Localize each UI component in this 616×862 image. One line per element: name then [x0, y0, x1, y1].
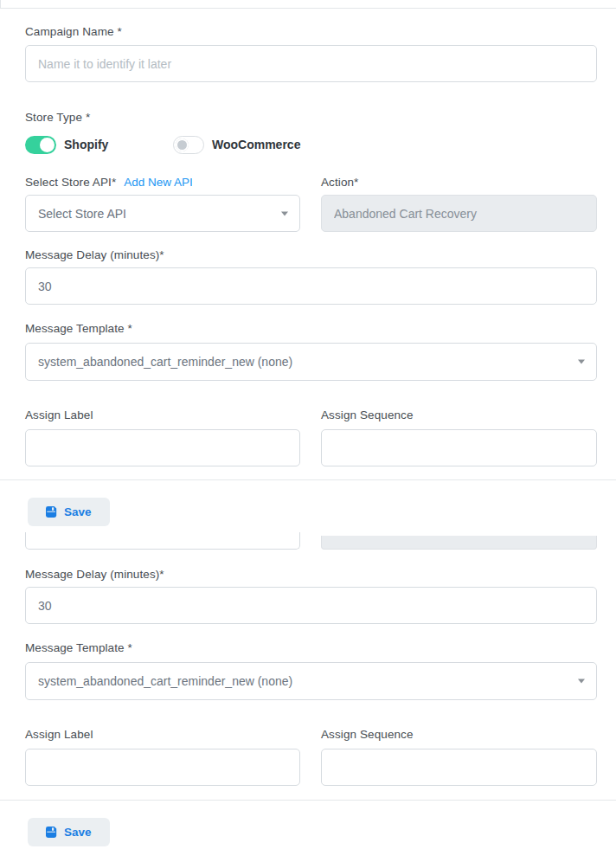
save-button[interactable]: Save	[28, 498, 110, 526]
message-template-selected-value: system_abandoned_cart_reminder_new (none…	[38, 674, 292, 688]
campaign-name-input[interactable]	[25, 45, 597, 82]
add-new-api-link[interactable]: Add New API	[124, 176, 193, 189]
woocommerce-toggle[interactable]	[173, 136, 204, 154]
caret-down-icon	[578, 679, 585, 684]
caret-down-icon	[578, 360, 585, 364]
shopify-toggle-label: Shopify	[64, 138, 108, 151]
message-template-select[interactable]: system_abandoned_cart_reminder_new (none…	[25, 343, 597, 381]
woocommerce-toggle-label: WooCommerce	[212, 138, 300, 151]
message-delay-input[interactable]	[25, 267, 597, 305]
toggle-knob	[176, 138, 189, 151]
assign-label-label: Assign Label	[25, 408, 300, 422]
assign-sequence-label: Assign Sequence	[321, 728, 597, 742]
assign-sequence-label: Assign Sequence	[321, 408, 597, 422]
action-input-clipped	[321, 536, 597, 550]
form-2-footer: Save	[0, 801, 616, 846]
message-delay-label: Message Delay (minutes)*	[25, 248, 597, 262]
campaign-form-1: Campaign Name * Store Type * Shopify Woo…	[0, 25, 616, 466]
save-button[interactable]: Save	[28, 818, 110, 846]
store-api-select-clipped[interactable]	[25, 532, 300, 550]
shopify-toggle[interactable]	[25, 136, 56, 154]
message-template-select[interactable]: system_abandoned_cart_reminder_new (none…	[25, 662, 597, 700]
save-button-label: Save	[64, 505, 92, 518]
store-type-option-shopify: Shopify	[25, 136, 173, 154]
action-input	[321, 195, 597, 232]
clipped-field-row	[25, 532, 597, 550]
message-template-selected-value: system_abandoned_cart_reminder_new (none…	[38, 355, 292, 369]
form-1-footer: Save	[0, 480, 616, 526]
store-type-label: Store Type *	[25, 111, 597, 125]
message-delay-label: Message Delay (minutes)*	[25, 568, 597, 582]
store-api-select[interactable]: Select Store API	[25, 195, 300, 232]
assign-label-input[interactable]	[25, 429, 300, 466]
store-type-toggles: Shopify WooCommerce	[25, 135, 597, 154]
campaign-form-2: Message Delay (minutes)* Message Templat…	[0, 532, 616, 786]
store-type-option-woocommerce: WooCommerce	[173, 136, 300, 154]
save-icon	[46, 506, 57, 518]
save-icon	[46, 827, 57, 838]
save-button-label: Save	[64, 826, 92, 839]
message-template-label: Message Template *	[25, 322, 597, 336]
top-divider	[0, 0, 616, 9]
store-api-selected-value: Select Store API	[38, 207, 126, 221]
campaign-name-label: Campaign Name *	[25, 25, 597, 39]
assign-label-label: Assign Label	[25, 728, 300, 742]
message-delay-input[interactable]	[25, 587, 597, 624]
message-template-label: Message Template *	[25, 641, 597, 655]
toggle-knob	[40, 138, 55, 152]
store-api-label: Select Store API*	[25, 176, 116, 190]
caret-down-icon	[281, 211, 288, 216]
action-label: Action*	[321, 176, 597, 190]
assign-sequence-input[interactable]	[321, 749, 597, 786]
card-edge-tick	[0, 0, 1, 9]
assign-label-input[interactable]	[25, 749, 300, 786]
assign-sequence-input[interactable]	[321, 429, 597, 466]
